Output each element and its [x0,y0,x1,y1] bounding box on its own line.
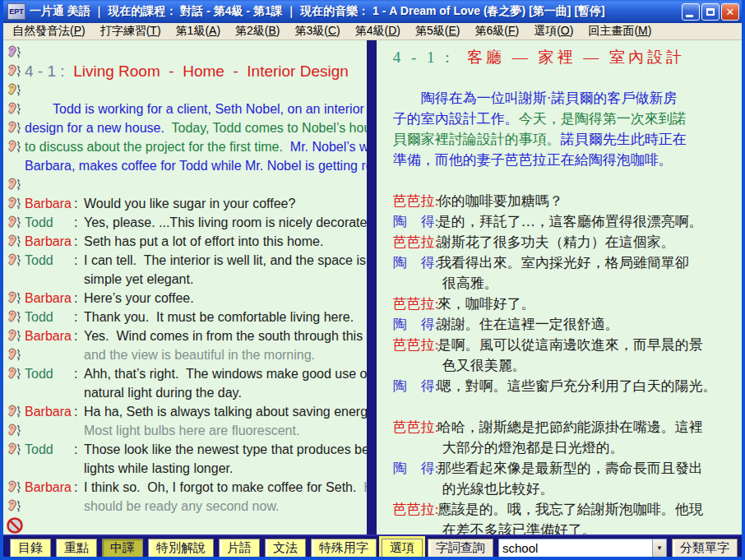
text-segment: 謝謝。住在這裡一定很舒適。 [437,315,619,334]
minimize-button[interactable] [682,3,700,21]
ear-icon[interactable] [3,405,25,419]
text-segment: 哈哈，謝斯總是把節約能源掛在嘴邊。這裡 [437,418,703,437]
ear-icon[interactable] [3,499,25,513]
spacer-line [393,396,742,417]
close-button[interactable]: ✕ [721,3,739,21]
maximize-icon [706,8,715,16]
combobox-dropdown-arrow-icon[interactable]: ▼ [652,539,667,558]
dialogue-line: 陶 得:我看得出來。室內採光好，格局雖簡單卻 [393,252,742,273]
text-line: 很高雅。 [393,273,742,294]
toolbar-button-word-categories[interactable]: 分類單字 [672,539,738,558]
ear-icon[interactable] [3,329,25,343]
text-segment: I can tell. The interior is well lit, an… [84,253,366,268]
text-segment: 色又很美麗。 [442,356,526,375]
dialogue-line: Barbara:I think so. Oh, I forgot to make… [3,478,367,497]
menu-item-d[interactable]: 第4級(D) [348,23,408,39]
toolbar-button-chinese-translation[interactable]: 中譯 [102,539,143,558]
text-segment: 我看得出來。室內採光好，格局雖簡單卻 [437,253,689,272]
ear-icon[interactable] [3,64,25,78]
text-segment: Here’s your coffee. [84,291,194,306]
text-segment: 子的室內設計工作。 [393,109,519,128]
toolbar-button-options[interactable]: 選項 [382,539,423,558]
text-segment: simple yet elegant. [84,272,193,287]
menu-item-b[interactable]: 第2級(B) [228,23,287,39]
dialogue-line: Todd:Those look like the newest type tha… [3,440,367,459]
speaker-name: 陶 得: [393,253,437,272]
text-segment: 是啊。風可以從這南邊吹進來，而早晨的景 [437,336,703,354]
text-line: to discuss about the project for the fir… [3,137,367,156]
speaker-name: 陶 得: [393,212,437,231]
speaker-name: Barbara [25,329,74,344]
ear-icon[interactable] [3,310,25,324]
ear-icon[interactable] [3,234,25,248]
ear-icon[interactable] [3,367,25,381]
speaker-name: Barbara [25,234,74,249]
menu-item-o[interactable]: 選項(O) [526,23,581,39]
speaker-name: 陶 得: [393,459,437,478]
bottom-toolbar: 目錄重點中譯特別解說片語文法特殊用字選項字詞查詢▼分類單字 [3,535,742,559]
ear-icon[interactable] [3,423,25,437]
maximize-button[interactable] [701,3,720,21]
menu-item-f[interactable]: 第6級(F) [468,23,527,39]
speaker-name: 芭芭拉: [393,418,437,437]
toolbar-button-special-words[interactable]: 特殊用字 [311,539,377,558]
speaker-name: Todd [25,215,74,230]
panel-divider [367,40,377,535]
ear-icon[interactable] [3,442,25,456]
menu-bar: 自然發音法(P)打字練習(T)第1級(A)第2級(B)第3級(C)第4級(D)第… [3,23,742,40]
ear-icon[interactable] [3,140,25,154]
minimize-icon [686,15,693,17]
text-line: 4 - 1 : Living Room - Home - Interior De… [3,62,367,81]
speaker-colon: : [74,234,84,249]
toolbar-button-grammar[interactable]: 文法 [265,539,306,558]
speaker-colon: : [74,442,84,457]
text-segment: I think so. Oh, I forgot to make coffee … [84,480,356,495]
menu-item-a[interactable]: 第1級(A) [169,23,228,39]
text-line: 大部分的燈泡都是日光燈的。 [393,437,742,458]
ear-icon-purple[interactable] [3,45,25,59]
text-segment: 的光線也比較好。 [442,479,554,498]
stop-audio-icon[interactable] [3,516,25,535]
text-segment: to discuss about the project for the fir… [25,140,283,155]
dialogue-line: Barbara:Seth has put a lot of effort int… [3,232,367,251]
text-line: 陶得在為一位叫謝斯·諾貝爾的客戶做新房 [393,88,742,109]
ear-icon[interactable] [3,178,25,192]
text-segment: 4 - 1 : [25,62,73,81]
text-line: should be ready any second now. [3,497,367,516]
text-segment: 大部分的燈泡都是日光燈的。 [442,438,624,457]
menu-item-e[interactable]: 第5級(E) [408,23,467,39]
ear-icon[interactable] [3,253,25,267]
ear-icon[interactable] [3,197,25,211]
title-bar: EPT 一片通 美語 ｜ 現在的課程： 對話 - 第4級 - 第1課 ｜ 現在的… [3,0,742,23]
text-segment: Mr. Nobel’s wife, [283,140,367,155]
menu-item-c[interactable]: 第3級(C) [288,23,348,39]
toolbar-button-word-search[interactable]: 字詞查詢 [428,539,493,558]
text-line: natural light during the day. [3,383,367,402]
word-search-input[interactable] [498,539,652,558]
menu-item-p[interactable]: 自然發音法(P) [5,23,93,39]
toolbar-button-key-points[interactable]: 重點 [56,539,97,558]
speaker-colon: : [74,253,84,268]
toolbar-button-special-notes[interactable]: 特別解說 [148,539,214,558]
ear-icon[interactable] [3,102,25,116]
ear-icon[interactable] [3,121,25,135]
text-segment: Most light bulbs here are fluorescent. [84,423,299,438]
text-segment: design for a new house. [25,121,164,136]
app-icon[interactable]: EPT [7,3,25,20]
ear-icon[interactable] [3,215,25,229]
toolbar-button-toc[interactable]: 目錄 [10,539,51,558]
text-segment: Ahh, that’s right. The windows make good… [84,367,367,382]
ear-icon[interactable] [3,291,25,305]
text-segment: 謝斯花了很多功夫（精力）在這個家。 [437,233,675,252]
ear-icon-gold[interactable] [3,83,25,97]
ear-icon[interactable] [3,348,25,362]
toolbar-button-phrases[interactable]: 片語 [219,539,260,558]
ear-icon[interactable] [3,480,25,494]
dialogue-line: Barbara:Here’s your coffee. [3,289,367,308]
dialogue-line: Todd:Yes, please. ...This living room is… [3,213,367,232]
text-segment: Yes, please. ...This living room is nice… [84,215,367,230]
word-search-combobox: ▼ [498,539,667,558]
speaker-name: 芭芭拉: [393,192,437,211]
menu-item-t[interactable]: 打字練習(T) [93,23,169,39]
menu-item-m[interactable]: 回主畫面(M) [581,23,659,39]
